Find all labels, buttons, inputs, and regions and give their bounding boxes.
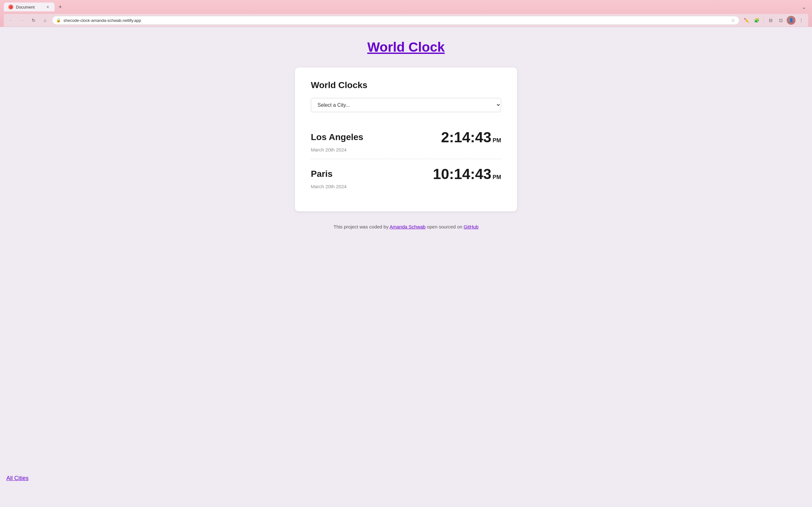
home-button[interactable]: ⌂ bbox=[41, 16, 49, 25]
tab-bar: 🔴 Document ✕ + ⌄ bbox=[4, 3, 808, 11]
extensions-button[interactable]: 🧩 bbox=[752, 16, 761, 25]
back-button[interactable]: ← bbox=[6, 16, 15, 25]
layout2-button[interactable]: ⊡ bbox=[776, 16, 785, 25]
city-select[interactable]: Select a City...Los AngelesNew YorkLondo… bbox=[311, 98, 501, 112]
browser-toolbar: ← → ↻ ⌂ 🔒 shecode-clock-amanda-schwab.ne… bbox=[4, 14, 808, 27]
world-clocks-card: World Clocks Select a City...Los Angeles… bbox=[295, 67, 517, 211]
time-value-la: 2:14:43 bbox=[441, 129, 491, 146]
clock-date-la: March 20th 2024 bbox=[311, 147, 501, 153]
author-link[interactable]: Amanda Schwab bbox=[390, 224, 425, 229]
time-ampm-la: PM bbox=[493, 137, 501, 144]
time-display-la: 2:14:43 PM bbox=[441, 129, 501, 146]
lock-icon: 🔒 bbox=[56, 18, 61, 22]
footer-opensource: open sourced on bbox=[427, 224, 462, 229]
clock-date-paris: March 20th 2024 bbox=[311, 184, 501, 189]
toolbar-actions: ✏️ 🧩 ⊟ ⊡ 👤 ⋮ bbox=[742, 16, 806, 25]
address-text: shecode-clock-amanda-schwab.netlify.app bbox=[63, 18, 728, 23]
all-cities-link[interactable]: All Cities bbox=[6, 475, 29, 482]
page-content: World Clock World Clocks Select a City..… bbox=[0, 27, 812, 507]
page-title: World Clock bbox=[367, 40, 445, 55]
new-tab-button[interactable]: + bbox=[56, 3, 65, 11]
footer-text: This project was coded by Amanda Schwab … bbox=[334, 224, 478, 229]
time-display-paris: 10:14:43 PM bbox=[433, 165, 501, 182]
address-bar[interactable]: 🔒 shecode-clock-amanda-schwab.netlify.ap… bbox=[52, 16, 740, 25]
clock-entry-paris: Paris 10:14:43 PM March 20th 2024 bbox=[311, 159, 501, 195]
pencil-button[interactable]: ✏️ bbox=[742, 16, 751, 25]
time-ampm-paris: PM bbox=[493, 174, 501, 181]
layout1-button[interactable]: ⊟ bbox=[766, 16, 775, 25]
browser-chrome: 🔴 Document ✕ + ⌄ ← → ↻ ⌂ 🔒 shecode-clock… bbox=[0, 0, 812, 27]
card-heading: World Clocks bbox=[311, 80, 501, 90]
reload-button[interactable]: ↻ bbox=[29, 16, 38, 25]
footer-credit: This project was coded by bbox=[334, 224, 389, 229]
active-tab[interactable]: 🔴 Document ✕ bbox=[4, 3, 55, 11]
tab-close-button[interactable]: ✕ bbox=[45, 4, 50, 9]
forward-button[interactable]: → bbox=[18, 16, 27, 25]
city-name-la: Los Angeles bbox=[311, 132, 363, 142]
clock-header-paris: Paris 10:14:43 PM bbox=[311, 165, 501, 182]
toolbar-divider bbox=[763, 17, 764, 23]
github-link[interactable]: GitHub bbox=[464, 224, 478, 229]
clock-entry-los-angeles: Los Angeles 2:14:43 PM March 20th 2024 bbox=[311, 122, 501, 159]
time-value-paris: 10:14:43 bbox=[433, 165, 491, 182]
profile-avatar[interactable]: 👤 bbox=[786, 16, 796, 25]
tab-favicon: 🔴 bbox=[8, 4, 13, 9]
bookmark-icon[interactable]: ☆ bbox=[731, 18, 735, 23]
city-name-paris: Paris bbox=[311, 169, 333, 179]
more-button[interactable]: ⋮ bbox=[797, 16, 806, 25]
tab-overflow-button[interactable]: ⌄ bbox=[799, 3, 808, 11]
clock-header-la: Los Angeles 2:14:43 PM bbox=[311, 129, 501, 146]
tab-title: Document bbox=[16, 5, 43, 9]
